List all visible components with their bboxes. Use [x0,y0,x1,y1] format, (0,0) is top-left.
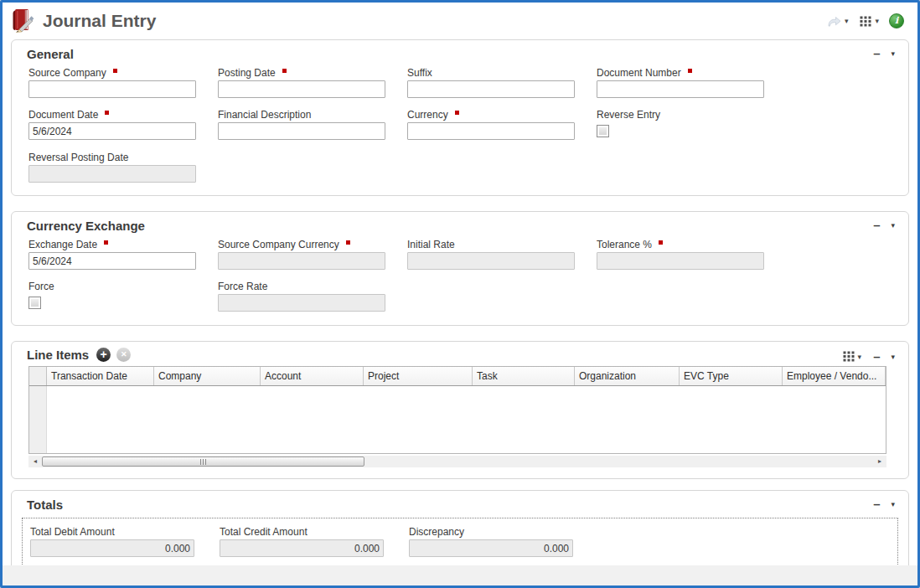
field-label: Currency [407,109,448,121]
required-marker [104,240,108,245]
column-header-transaction-date[interactable]: Transaction Date [47,367,154,385]
field-source-company-currency: Source Company Currency [218,237,407,270]
field-label: Total Credit Amount [220,526,308,538]
column-header-employee-vendor[interactable]: Employee / Vendo... [783,367,886,385]
field-label: Tolerance % [597,239,652,250]
document-date-input[interactable] [28,122,196,140]
section-totals-title: Totals [12,491,908,516]
grid-columns-icon [843,351,855,362]
field-label: Force Rate [218,281,267,292]
collapse-section-button[interactable]: – [873,49,880,58]
total-credit-amount-input [220,539,384,557]
section-currency-exchange: Currency Exchange – ▾ Exchange Date Sour… [11,211,909,326]
field-label: Source Company [28,67,106,79]
required-marker [455,111,459,115]
column-header-task[interactable]: Task [473,367,575,385]
add-line-item-button[interactable]: + [96,348,111,362]
financial-description-input[interactable] [218,122,385,140]
exchange-date-input[interactable] [28,252,196,270]
thumb-grip-icon [205,459,206,465]
field-label: Total Debit Amount [30,526,115,538]
collapse-section-button[interactable]: – [873,353,880,361]
field-label: Suffix [407,67,432,79]
field-label: Reversal Posting Date [28,152,128,163]
required-marker [688,69,692,73]
initial-rate-input [407,252,575,270]
tolerance-pct-input [597,252,764,270]
app-header: Journal Entry ▾ ▾ [3,3,917,39]
field-tolerance-pct: Tolerance % [597,237,786,270]
page-title: Journal Entry [43,11,156,31]
redo-arrow-icon [827,15,841,28]
required-marker [659,240,663,245]
footer-strip [3,565,917,585]
section-menu-button[interactable]: ▾ [891,221,895,230]
field-exchange-date: Exchange Date [28,237,218,270]
row-selector-gutter [29,367,47,385]
field-force: Force [28,279,218,312]
column-header-organization[interactable]: Organization [575,367,680,385]
document-number-input[interactable] [597,80,764,98]
grid-column-chooser-button[interactable]: ▾ [843,351,862,362]
section-line-items: Line Items + ✕ ▾ – ▾ [11,341,909,479]
horizontal-scrollbar[interactable]: ◂ ▸ [28,456,886,467]
grid-header-row: Transaction Date Company Account Project… [29,367,886,386]
field-label: Document Date [28,109,98,121]
source-company-input[interactable] [28,80,196,98]
section-totals: Totals – ▾ Total Debit Amount Total Cred… [11,490,909,577]
required-marker [346,240,350,245]
field-force-rate: Force Rate [218,279,407,312]
suffix-input[interactable] [407,80,575,98]
row-selector-gutter [29,386,47,453]
totals-summary-box: Total Debit Amount Total Credit Amount D… [22,518,898,566]
scroll-right-button[interactable]: ▸ [873,456,886,467]
collapse-section-button[interactable]: – [873,500,880,508]
field-label: Discrepancy [409,526,464,538]
section-menu-button[interactable]: ▾ [891,49,895,58]
discrepancy-input [409,539,573,557]
grid-columns-icon [860,16,871,27]
chevron-down-icon: ▾ [845,17,849,25]
total-debit-amount-input [30,539,194,557]
source-company-currency-input [218,252,385,270]
field-currency: Currency [407,107,597,141]
field-document-date: Document Date [28,107,218,141]
info-icon[interactable]: i [889,13,904,28]
section-line-items-title: Line Items [27,348,89,362]
chevron-down-icon: ▾ [875,17,879,25]
section-menu-button[interactable]: ▾ [891,500,895,508]
share-workflow-button[interactable]: ▾ [827,15,849,28]
force-checkbox[interactable] [28,297,41,309]
column-header-company[interactable]: Company [154,367,261,385]
section-general-title: General [12,40,908,65]
reverse-entry-checkbox[interactable] [597,125,609,137]
currency-input[interactable] [407,122,575,140]
field-document-number: Document Number [597,65,786,98]
field-total-debit-amount: Total Debit Amount [30,524,220,557]
reversal-posting-date-input [28,165,196,183]
field-posting-date: Posting Date [218,65,407,98]
field-initial-rate: Initial Rate [407,237,597,270]
field-financial-description: Financial Description [218,107,407,141]
scrollbar-thumb[interactable] [42,456,364,467]
posting-date-input[interactable] [218,80,385,98]
collapse-section-button[interactable]: – [873,221,880,230]
field-label: Financial Description [218,109,311,121]
field-label: Source Company Currency [218,239,339,250]
required-marker [282,69,287,73]
column-header-account[interactable]: Account [261,367,364,385]
journal-entry-window: Journal Entry ▾ ▾ [0,0,920,588]
section-menu-button[interactable]: ▾ [891,353,895,361]
section-currency-exchange-controls: – ▾ [873,221,895,230]
field-label: Posting Date [218,67,276,79]
field-label: Exchange Date [28,239,97,250]
scroll-left-button[interactable]: ◂ [28,456,42,467]
column-header-project[interactable]: Project [364,367,473,385]
column-header-evc-type[interactable]: EVC Type [680,367,783,385]
delete-line-item-button[interactable]: ✕ [116,348,131,362]
column-chooser-button[interactable]: ▾ [860,16,879,27]
field-label: Reverse Entry [597,109,660,121]
field-source-company: Source Company [28,65,218,98]
field-label: Initial Rate [407,239,455,250]
grid-body-empty [29,386,886,453]
